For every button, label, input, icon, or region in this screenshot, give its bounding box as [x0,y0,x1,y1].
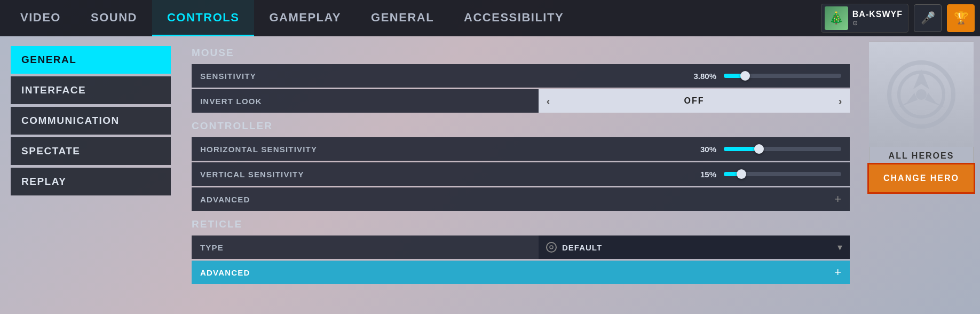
sidebar-item-spectate[interactable]: SPECTATE [11,137,171,165]
controller-section-title: CONTROLLER [192,120,850,132]
advanced-plus-icon-controller: + [834,192,841,206]
type-circle-icon [546,242,557,253]
nav-right: 🎄 BA-KSWYF ⊙ 🎤 🏆 [821,4,975,33]
sensitivity-thumb[interactable] [740,71,750,81]
user-info: 🎄 BA-KSWYF ⊙ [821,4,908,33]
hero-name: ALL HEROES [889,147,954,164]
sidebar-item-interface[interactable]: INTERFACE [11,76,171,104]
sidebar-item-communication[interactable]: COMMUNICATION [11,107,171,135]
vert-sens-label: VERTICAL SENSITIVITY [200,170,690,179]
tab-video[interactable]: VIDEO [5,0,76,36]
svg-point-0 [550,246,553,249]
type-value: DEFAULT [562,243,832,252]
tab-gameplay[interactable]: GAMEPLAY [254,0,356,36]
sensitivity-label: SENSITIVITY [200,72,690,81]
chevron-down-icon: ▾ [837,241,842,253]
horiz-sens-thumb[interactable] [754,144,764,154]
horiz-sens-row: HORIZONTAL SENSITIVITY 30% [192,137,850,161]
sidebar: GENERAL INTERFACE COMMUNICATION SPECTATE… [0,36,179,314]
sidebar-item-general[interactable]: GENERAL [11,46,171,74]
steam-icon: ⊙ [852,19,903,27]
tab-general[interactable]: GENERAL [356,0,449,36]
type-label: TYPE [192,243,539,252]
advanced-row-reticle[interactable]: ADVANCED + [192,261,850,284]
vert-sens-row: VERTICAL SENSITIVITY 15% [192,162,850,186]
advanced-plus-icon-reticle: + [834,265,841,279]
invert-look-value: OFF [558,96,831,106]
flag-button[interactable]: 🏆 [947,4,975,32]
sensitivity-slider[interactable] [724,74,841,78]
sidebar-item-replay[interactable]: REPLAY [11,168,171,195]
horiz-sens-slider[interactable] [724,147,841,151]
tab-sound[interactable]: SOUND [76,0,152,36]
advanced-label-reticle: ADVANCED [200,268,834,277]
invert-look-control: ‹ OFF › [539,89,850,113]
invert-look-left-arrow[interactable]: ‹ [539,89,558,113]
advanced-row-controller[interactable]: ADVANCED + [192,187,850,211]
type-row: TYPE DEFAULT ▾ [192,236,850,259]
sensitivity-value: 3.80% [690,72,716,81]
invert-look-right-arrow[interactable]: › [831,89,850,113]
vert-sens-value: 15% [690,170,716,179]
top-nav: VIDEO SOUND CONTROLS GAMEPLAY GENERAL AC… [0,0,980,36]
avatar: 🎄 [825,6,848,30]
horiz-sens-label: HORIZONTAL SENSITIVITY [200,145,690,154]
reticle-section-title: RETICLE [192,218,850,230]
mouse-section-title: MOUSE [192,47,850,59]
vert-sens-slider[interactable] [724,172,841,176]
tab-accessibility[interactable]: ACCESSIBILITY [449,0,579,36]
tab-controls[interactable]: CONTROLS [152,0,254,36]
hero-card: ALL HEROES [869,42,974,164]
vert-sens-thumb[interactable] [737,169,746,179]
settings-panel: MOUSE SENSITIVITY 3.80% INVERT LOOK ‹ OF… [179,36,863,314]
type-control[interactable]: DEFAULT ▾ [539,236,850,259]
right-panel: ALL HEROES CHANGE HERO [863,36,980,314]
change-hero-button[interactable]: CHANGE HERO [869,164,974,192]
mic-button[interactable]: 🎤 [914,4,942,32]
username: BA-KSWYF [852,10,903,19]
username-block: BA-KSWYF ⊙ [852,10,903,27]
advanced-label-controller: ADVANCED [200,195,834,204]
invert-look-label: INVERT LOOK [192,97,539,106]
horiz-sens-value: 30% [690,145,716,154]
invert-look-row: INVERT LOOK ‹ OFF › [192,89,850,113]
sensitivity-row: SENSITIVITY 3.80% [192,64,850,88]
overwatch-logo-icon [887,60,956,129]
hero-logo-area [869,42,974,147]
main-content: GENERAL INTERFACE COMMUNICATION SPECTATE… [0,36,980,314]
svg-point-6 [916,89,927,100]
